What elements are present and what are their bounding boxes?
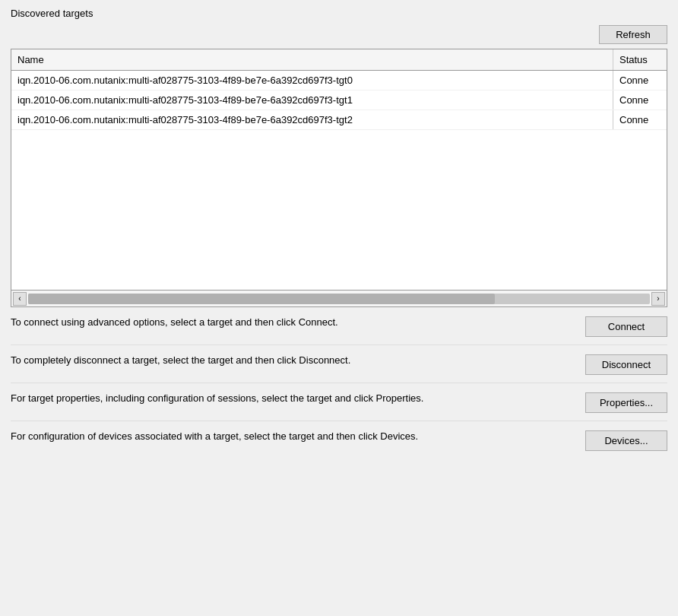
table-body: iqn.2010-06.com.nutanix:multi-af028775-3… (11, 71, 667, 290)
action-description: For configuration of devices associated … (11, 429, 573, 444)
action-description: To connect using advanced options, selec… (11, 315, 573, 330)
action-row: For target properties, including configu… (11, 383, 667, 421)
action-row: To connect using advanced options, selec… (11, 307, 667, 345)
main-container: Discovered targets Refresh Name Status i… (0, 0, 678, 616)
target-name-cell: iqn.2010-06.com.nutanix:multi-af028775-3… (11, 90, 613, 110)
target-status-cell: Conne (613, 110, 667, 129)
col-status-header: Status (613, 49, 667, 70)
scroll-right-arrow[interactable]: › (651, 292, 665, 306)
bottom-section: To connect using advanced options, selec… (11, 307, 667, 459)
top-row: Refresh (11, 25, 667, 44)
action-button-wrapper: Devices... (584, 429, 667, 451)
section-title: Discovered targets (11, 8, 667, 19)
scroll-thumb (28, 294, 495, 304)
table-header: Name Status (11, 49, 667, 71)
table-row[interactable]: iqn.2010-06.com.nutanix:multi-af028775-3… (11, 110, 667, 130)
scroll-left-arrow[interactable]: ‹ (13, 292, 27, 306)
target-status-cell: Conne (613, 71, 667, 90)
refresh-button[interactable]: Refresh (599, 25, 667, 44)
action-row: To completely disconnect a target, selec… (11, 345, 667, 383)
col-name-header: Name (11, 49, 613, 70)
action-description: For target properties, including configu… (11, 391, 573, 406)
table-row[interactable]: iqn.2010-06.com.nutanix:multi-af028775-3… (11, 90, 667, 110)
action-button-wrapper: Properties... (584, 391, 667, 413)
action-button-wrapper: Disconnect (584, 353, 667, 375)
scroll-track[interactable] (28, 294, 650, 304)
action-button-devices---[interactable]: Devices... (585, 430, 667, 451)
action-button-wrapper: Connect (584, 315, 667, 337)
action-button-disconnect[interactable]: Disconnect (585, 354, 667, 375)
horizontal-scrollbar[interactable]: ‹ › (11, 290, 667, 306)
targets-table: Name Status iqn.2010-06.com.nutanix:mult… (11, 49, 667, 307)
target-name-cell: iqn.2010-06.com.nutanix:multi-af028775-3… (11, 71, 613, 90)
action-button-properties---[interactable]: Properties... (585, 392, 667, 413)
action-description: To completely disconnect a target, selec… (11, 353, 573, 368)
target-status-cell: Conne (613, 90, 667, 110)
table-row[interactable]: iqn.2010-06.com.nutanix:multi-af028775-3… (11, 71, 667, 90)
action-button-connect[interactable]: Connect (585, 316, 667, 337)
target-name-cell: iqn.2010-06.com.nutanix:multi-af028775-3… (11, 110, 613, 129)
action-row: For configuration of devices associated … (11, 421, 667, 459)
